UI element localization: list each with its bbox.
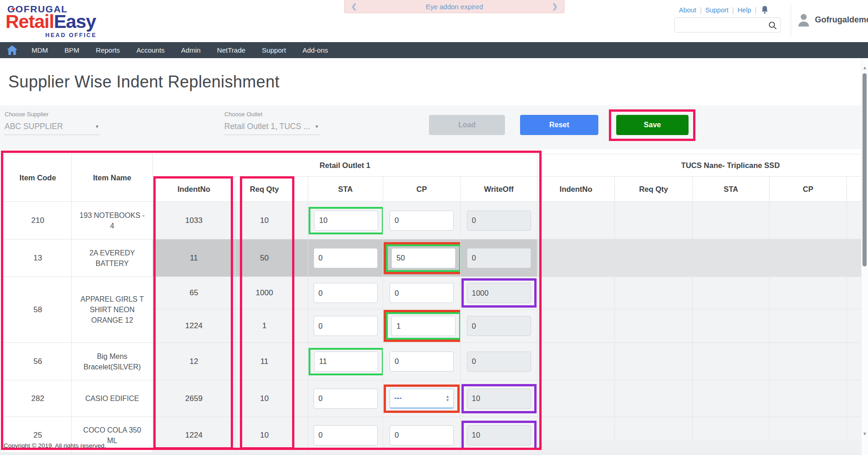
sta-cell	[308, 202, 383, 239]
table-row: 58APPAREL GIRLS T SHIRT NEON ORANGE 1265…	[4, 277, 862, 309]
writeoff-cell	[461, 417, 537, 453]
writeoff-input	[467, 425, 531, 445]
vertical-scrollbar[interactable]: ▲ ▼	[861, 58, 868, 455]
col-header-cp: CP	[383, 177, 461, 202]
nav-item-mdm[interactable]: MDM	[23, 46, 56, 54]
supplier-value: ABC SUPPLIER	[5, 122, 63, 131]
search-icon[interactable]	[768, 21, 777, 30]
sta-input[interactable]	[314, 425, 378, 445]
nav-item-bpm[interactable]: BPM	[56, 46, 88, 54]
reset-button[interactable]: Reset	[520, 115, 598, 135]
tucs-empty-cell	[770, 277, 847, 309]
cp-cell	[383, 343, 461, 380]
item-name-cell: Big Mens Bracelet(SILVER)	[72, 343, 153, 380]
writeoff-cell	[461, 380, 537, 417]
item-name-cell: CASIO EDIFICE	[72, 380, 153, 417]
number-spinner-icon[interactable]: ▲▼	[446, 395, 450, 402]
cp-input[interactable]	[390, 425, 454, 445]
sta-cell	[308, 380, 383, 417]
cp-input-focused[interactable]: 0▲▼	[390, 389, 454, 409]
cp-cell	[383, 309, 461, 343]
tucs-empty-cell	[537, 277, 615, 309]
search-input[interactable]	[678, 19, 767, 32]
top-link-about[interactable]: About	[679, 6, 696, 14]
cp-cell	[383, 202, 461, 239]
annotation-purple-box	[461, 421, 537, 450]
annotation-red-box	[384, 242, 461, 274]
sta-input[interactable]	[314, 389, 378, 409]
top-link-help[interactable]: Help	[738, 6, 751, 14]
nav-item-nettrade[interactable]: NetTrade	[209, 46, 254, 54]
sta-cell	[308, 343, 383, 380]
cp-input[interactable]	[391, 316, 456, 336]
annotation-purple-box	[461, 278, 537, 308]
reqqty-cell: 11	[235, 343, 294, 380]
supplier-field: Choose Supplier ABC SUPPLIER ▼	[5, 111, 99, 135]
col-header-item-name: Item Name	[72, 154, 153, 202]
cp-cell	[383, 239, 461, 277]
tucs-empty-cell	[847, 380, 861, 417]
supplier-dropdown[interactable]: ABC SUPPLIER ▼	[5, 122, 99, 135]
replenishment-table-wrap: Item Code Item Name Retail Outlet 1 TUCS…	[4, 154, 861, 452]
reqqty-cell: 10	[235, 417, 294, 453]
sta-cell	[308, 309, 383, 343]
bell-icon[interactable]	[761, 5, 769, 14]
sta-input[interactable]	[314, 211, 378, 231]
nav-item-reports[interactable]: Reports	[87, 46, 128, 54]
top-link-support[interactable]: Support	[705, 6, 729, 14]
cp-input[interactable]	[390, 211, 454, 231]
nav-item-add-ons[interactable]: Add-ons	[294, 46, 336, 54]
spacer-cell	[294, 277, 308, 309]
sta-input[interactable]	[314, 283, 378, 303]
annotation-red-box: 0▲▼	[384, 385, 460, 413]
writeoff-cell	[461, 202, 537, 239]
main-nav: MDMBPMReportsAccountsAdminNetTradeSuppor…	[0, 42, 868, 58]
indentno-cell: 2659	[153, 380, 235, 417]
scroll-up-icon[interactable]: ▲	[862, 65, 868, 70]
reqqty-cell: 10	[235, 380, 294, 417]
user-menu[interactable]: Gofrugaldemo	[797, 13, 868, 27]
top-links: About|Support|Help|	[679, 5, 769, 14]
table-row: 282CASIO EDIFICE2659100▲▼	[4, 380, 862, 417]
tucs-empty-cell	[537, 343, 615, 380]
sta-input[interactable]	[314, 316, 378, 336]
spacer-cell	[294, 202, 308, 239]
save-button[interactable]: Save	[616, 115, 689, 135]
tucs-empty-cell	[770, 343, 847, 380]
indentno-cell: 12	[153, 343, 235, 380]
nav-item-support[interactable]: Support	[254, 46, 294, 54]
scroll-down-icon[interactable]: ▼	[862, 431, 868, 436]
nav-item-admin[interactable]: Admin	[173, 46, 209, 54]
header-divider	[791, 4, 791, 37]
replenishment-table: Item Code Item Name Retail Outlet 1 TUCS…	[4, 154, 861, 452]
sta-input[interactable]	[314, 248, 378, 268]
banner-next-icon[interactable]: ❯	[552, 2, 558, 11]
sta-input[interactable]	[314, 352, 378, 372]
tucs-empty-cell	[615, 380, 693, 417]
tucs-empty-cell	[537, 202, 615, 239]
scrollbar-thumb[interactable]	[863, 73, 867, 266]
table-row: 210193 NOTEBOOKS - 4103310	[4, 202, 862, 239]
cp-input[interactable]	[390, 283, 454, 303]
col-header-tucs-cp: CP	[770, 177, 847, 202]
outlet-field: Choose Outlet Retail Outlet 1, TUCS ... …	[224, 111, 319, 135]
tucs-empty-cell	[693, 343, 770, 380]
annotation-green-box	[309, 207, 383, 234]
cp-input[interactable]	[391, 248, 456, 268]
load-button[interactable]: Load	[429, 115, 505, 135]
footer-strip	[0, 452, 868, 455]
nav-item-accounts[interactable]: Accounts	[128, 46, 173, 54]
item-code-cell: 58	[4, 277, 72, 343]
writeoff-input	[467, 211, 531, 231]
col-header-tucs-reqqty: Req Qty	[615, 177, 693, 202]
banner-prev-icon[interactable]: ❮	[351, 2, 357, 11]
alert-banner: ❮ Eye addon expired ❯	[344, 0, 564, 13]
writeoff-input	[467, 352, 531, 372]
home-icon[interactable]	[7, 45, 17, 55]
cp-input[interactable]	[390, 352, 454, 372]
outlet-dropdown[interactable]: Retail Outlet 1, TUCS ... ▼	[224, 122, 319, 135]
head-office-label: HEAD OFFICE	[45, 32, 97, 38]
tucs-empty-cell	[615, 309, 693, 343]
product-logo-part2: Easy	[54, 11, 96, 32]
col-header-tucs-sta: STA	[693, 177, 770, 202]
